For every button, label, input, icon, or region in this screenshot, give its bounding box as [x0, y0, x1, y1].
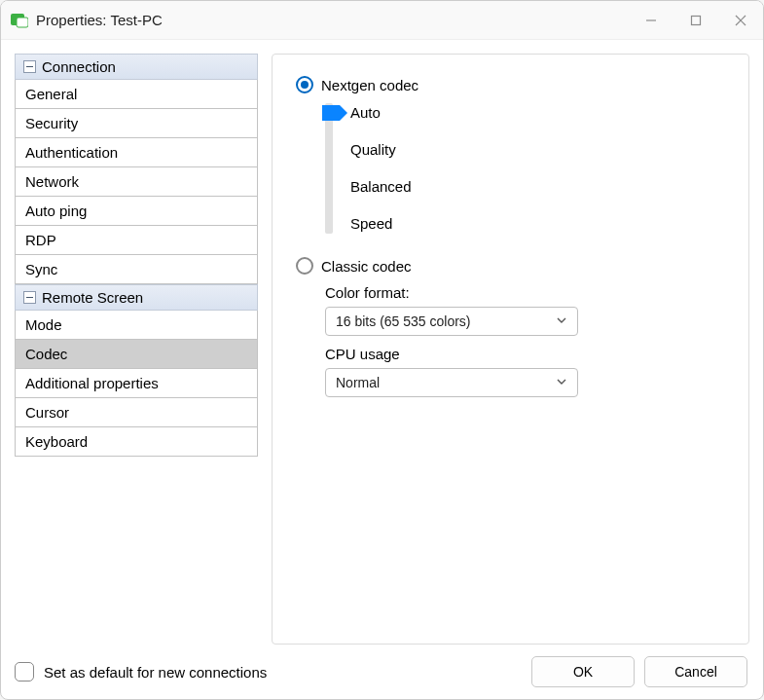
slider-step-balanced[interactable]: Balanced: [350, 177, 412, 197]
sidebar-item-mode[interactable]: Mode: [15, 311, 258, 340]
set-default-label: Set as default for new connections: [44, 664, 267, 681]
sidebar-item-codec[interactable]: Codec: [15, 340, 258, 369]
sidebar-item-cursor[interactable]: Cursor: [15, 398, 258, 427]
sidebar-item-general[interactable]: General: [15, 80, 258, 109]
slider-thumb-icon: [322, 103, 349, 123]
sidebar-item-network[interactable]: Network: [15, 167, 258, 197]
sidebar-section-label: Remote Screen: [42, 289, 143, 306]
slider-step-quality[interactable]: Quality: [350, 140, 412, 160]
nextgen-codec-radio[interactable]: Nextgen codec: [296, 76, 725, 93]
quality-slider-track[interactable]: [325, 103, 333, 234]
cpu-usage-label: CPU usage: [325, 346, 725, 362]
close-button[interactable]: [718, 1, 763, 40]
sidebar-section-connection[interactable]: Connection: [15, 54, 258, 80]
select-value: Normal: [336, 375, 380, 390]
sidebar-item-auto-ping[interactable]: Auto ping: [15, 197, 258, 226]
app-icon: [11, 12, 28, 29]
svg-rect-4: [692, 16, 701, 24]
slider-step-auto[interactable]: Auto: [350, 103, 412, 123]
ok-button[interactable]: OK: [531, 656, 635, 687]
radio-label: Classic codec: [321, 258, 412, 275]
titlebar: Properties: Test-PC: [1, 1, 763, 40]
sidebar-item-sync[interactable]: Sync: [15, 255, 258, 284]
maximize-button[interactable]: [673, 1, 718, 40]
slider-step-speed[interactable]: Speed: [350, 214, 412, 234]
nextgen-options: Auto Quality Balanced Speed: [325, 103, 725, 234]
sidebar-item-rdp[interactable]: RDP: [15, 226, 258, 255]
sidebar-item-security[interactable]: Security: [15, 109, 258, 138]
color-format-label: Color format:: [325, 284, 725, 301]
sidebar: Connection General Security Authenticati…: [15, 54, 258, 645]
svg-marker-7: [322, 105, 347, 121]
collapse-icon: [23, 60, 36, 73]
classic-codec-radio[interactable]: Classic codec: [296, 257, 725, 275]
cpu-usage-select[interactable]: Normal: [325, 368, 578, 397]
radio-icon: [296, 257, 313, 275]
sidebar-item-keyboard[interactable]: Keyboard: [15, 427, 258, 457]
sidebar-section-label: Connection: [42, 58, 116, 75]
window-title: Properties: Test-PC: [36, 12, 163, 28]
chevron-down-icon: [556, 375, 567, 390]
properties-dialog: Properties: Test-PC Connection General S…: [0, 0, 764, 700]
radio-icon: [296, 76, 313, 93]
select-value: 16 bits (65 535 colors): [336, 313, 471, 329]
radio-label: Nextgen codec: [321, 77, 418, 93]
dialog-footer: Set as default for new connections OK Ca…: [1, 645, 763, 699]
set-default-checkbox[interactable]: [15, 662, 34, 682]
codec-settings-panel: Nextgen codec Auto Quality Balance: [272, 54, 749, 645]
minimize-button[interactable]: [629, 1, 673, 40]
sidebar-section-remote-screen[interactable]: Remote Screen: [15, 284, 258, 311]
sidebar-item-authentication[interactable]: Authentication: [15, 138, 258, 167]
collapse-icon: [23, 291, 36, 304]
svg-rect-2: [17, 18, 28, 27]
cancel-button[interactable]: Cancel: [644, 656, 747, 687]
color-format-select[interactable]: 16 bits (65 535 colors): [325, 307, 578, 336]
chevron-down-icon: [556, 313, 567, 329]
sidebar-item-additional-properties[interactable]: Additional properties: [15, 369, 258, 398]
